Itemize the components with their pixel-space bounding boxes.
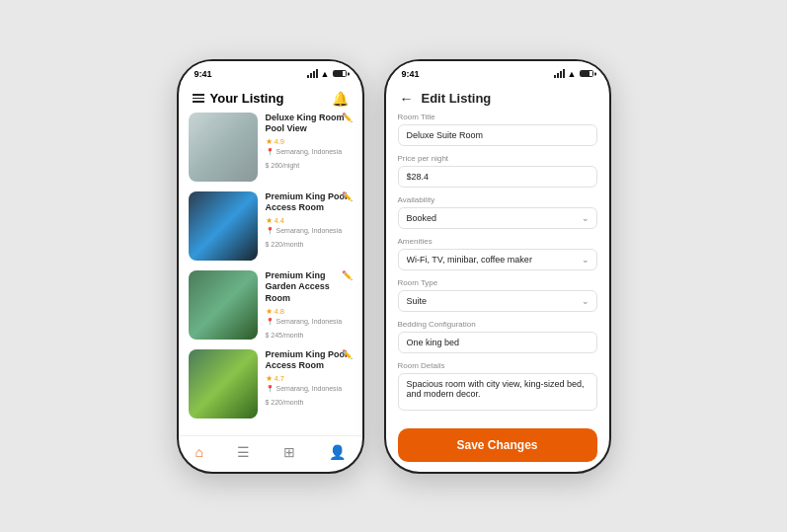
card-edit-button-3[interactable]: ✏️ [342, 270, 353, 280]
location-pin-icon: 📍 [266, 318, 275, 326]
card-image-1 [189, 113, 258, 182]
card-price-1: $ 260/night [266, 159, 353, 170]
location-pin-icon: 📍 [266, 227, 275, 235]
room-details-group: Room Details Spacious room with city vie… [398, 361, 597, 415]
status-bar-2: 9:41 ▲ [386, 61, 609, 83]
status-time-1: 9:41 [195, 69, 212, 79]
amenities-group: Amenities Wi-Fi, TV, minibar, coffee mak… [398, 237, 597, 270]
price-label: Price per night [398, 154, 597, 163]
availability-label: Availability [398, 195, 597, 204]
availability-select[interactable]: Booked [398, 207, 597, 229]
room-type-group: Room Type Suite [398, 278, 597, 312]
card-image-4 [189, 349, 258, 418]
wifi-icon: ▲ [321, 69, 330, 79]
list-item: Premium King Garden Access Room ★ 4.8 📍 … [189, 270, 353, 340]
bedding-group: Bedding Configuration [398, 320, 597, 353]
card-rating-1: ★ 4.9 [266, 137, 353, 146]
card-price-2: $ 220/month [266, 238, 353, 249]
listing-scroll: Deluxe King Room Pool View ★ 4.9 📍 Semar… [179, 113, 362, 435]
card-title-3: Premium King Garden Access Room [266, 270, 353, 305]
listing-page-title: Your Listing [210, 91, 284, 106]
status-icons-2: ▲ [554, 69, 593, 79]
battery-icon-2 [580, 70, 593, 77]
card-rating-4: ★ 4.7 [266, 374, 353, 383]
room-type-label: Room Type [398, 278, 597, 287]
room-details-textarea[interactable]: Spacious room with city view, king-sized… [398, 373, 597, 411]
price-input[interactable] [398, 166, 597, 188]
room-title-group: Room Title [398, 113, 597, 146]
card-info-4: Premium King Pool Access Room ★ 4.7 📍 Se… [266, 349, 353, 418]
signal-icon-2 [554, 69, 565, 78]
room-title-input[interactable] [398, 124, 597, 146]
star-icon: ★ [266, 137, 273, 146]
card-location-2: 📍 Semarang, Indonesia [266, 227, 353, 235]
card-title-4: Premium King Pool Access Room [266, 349, 353, 372]
star-icon: ★ [266, 374, 273, 383]
phone-edit: 9:41 ▲ ← Edit Listing Room Title [384, 59, 611, 474]
list-item: Premium King Pool Access Room ★ 4.7 📍 Se… [189, 349, 353, 418]
nav-profile-icon[interactable]: 👤 [329, 444, 346, 460]
amenities-select-wrapper: Wi-Fi, TV, minibar, coffee maker [398, 249, 597, 270]
location-pin-icon: 📍 [266, 385, 275, 393]
room-title-label: Room Title [398, 113, 597, 121]
amenities-label: Amenities [398, 237, 597, 246]
amenities-select[interactable]: Wi-Fi, TV, minibar, coffee maker [398, 249, 597, 270]
card-title-2: Premium King Pool Access Room [266, 191, 353, 214]
save-btn-container: Save Changes [386, 422, 609, 472]
location-pin-icon: 📍 [266, 148, 275, 156]
card-image-3 [189, 270, 258, 340]
card-info-2: Premium King Pool Access Room ★ 4.4 📍 Se… [266, 191, 353, 261]
bedding-input[interactable] [398, 332, 597, 353]
card-image-2 [189, 191, 258, 261]
star-icon: ★ [266, 307, 273, 316]
price-group: Price per night [398, 154, 597, 188]
card-edit-button-2[interactable]: ✏️ [342, 191, 353, 201]
save-changes-button[interactable]: Save Changes [398, 428, 597, 462]
status-icons-1: ▲ [307, 69, 347, 79]
list-item: Premium King Pool Access Room ★ 4.4 📍 Se… [189, 191, 353, 261]
card-price-4: $ 220/month [266, 396, 353, 407]
card-price-3: $ 245/month [266, 329, 353, 340]
listing-header-left: Your Listing [193, 91, 284, 106]
card-title-1: Deluxe King Room Pool View [266, 113, 353, 135]
nav-list-icon[interactable]: ☰ [237, 444, 250, 460]
room-details-label: Room Details [398, 361, 597, 370]
card-rating-3: ★ 4.8 [266, 307, 353, 316]
battery-icon [333, 70, 347, 77]
signal-icon [307, 69, 318, 78]
wifi-icon-2: ▲ [568, 69, 577, 79]
availability-group: Availability Booked [398, 195, 597, 229]
nav-menu-icon[interactable]: ⊞ [283, 444, 295, 460]
edit-page-title: Edit Listing [422, 91, 492, 106]
bottom-nav: ⌂ ☰ ⊞ 👤 [179, 435, 362, 472]
app-container: 9:41 ▲ Your Listing 🔔 [157, 39, 631, 494]
card-location-4: 📍 Semarang, Indonesia [266, 385, 353, 393]
star-icon: ★ [266, 216, 273, 225]
listing-header: Your Listing 🔔 [179, 83, 362, 113]
back-button[interactable]: ← [400, 91, 414, 107]
room-type-select[interactable]: Suite [398, 290, 597, 312]
availability-select-wrapper: Booked [398, 207, 597, 229]
card-location-1: 📍 Semarang, Indonesia [266, 148, 353, 156]
card-location-3: 📍 Semarang, Indonesia [266, 318, 353, 326]
nav-home-icon[interactable]: ⌂ [195, 444, 202, 460]
card-info-3: Premium King Garden Access Room ★ 4.8 📍 … [266, 270, 353, 340]
room-type-select-wrapper: Suite [398, 290, 597, 312]
list-item: Deluxe King Room Pool View ★ 4.9 📍 Semar… [189, 113, 353, 182]
card-info-1: Deluxe King Room Pool View ★ 4.9 📍 Semar… [266, 113, 353, 182]
edit-form-scroll: Room Title Price per night Availability … [386, 113, 609, 422]
status-time-2: 9:41 [402, 69, 420, 79]
hamburger-icon[interactable] [193, 94, 204, 103]
phone-listing: 9:41 ▲ Your Listing 🔔 [177, 59, 364, 474]
card-rating-2: ★ 4.4 [266, 216, 353, 225]
card-edit-button-4[interactable]: ✏️ [342, 349, 353, 359]
notification-bell-icon[interactable]: 🔔 [332, 91, 349, 107]
edit-header: ← Edit Listing [386, 83, 609, 113]
bedding-label: Bedding Configuration [398, 320, 597, 329]
card-edit-button-1[interactable]: ✏️ [342, 113, 353, 122]
status-bar-1: 9:41 ▲ [179, 61, 362, 83]
